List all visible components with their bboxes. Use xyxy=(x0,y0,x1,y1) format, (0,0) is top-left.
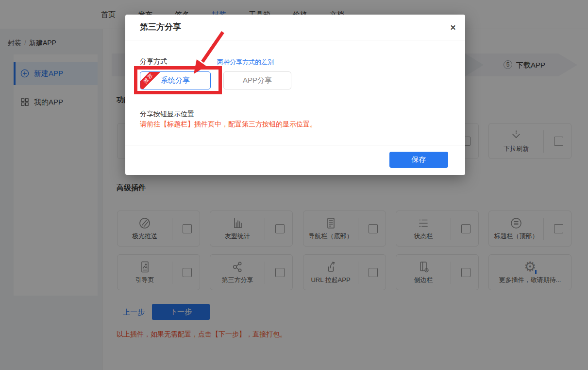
modal-header-divider xyxy=(125,40,465,40)
modal-footer-divider xyxy=(125,145,465,145)
share-button-position-label: 分享按钮显示位置 xyxy=(140,110,194,119)
app-share-option[interactable]: APP分享 xyxy=(223,71,291,89)
system-share-option[interactable]: 推荐 系统分享 xyxy=(140,71,211,89)
modal-title: 第三方分享 xyxy=(140,15,181,40)
third-party-share-modal: 第三方分享 ✕ 分享方式 两种分享方式的差别 推荐 系统分享 APP分享 分享按… xyxy=(125,15,465,175)
option-label: APP分享 xyxy=(243,76,272,85)
share-method-label: 分享方式 xyxy=(140,57,167,66)
share-method-diff-link[interactable]: 两种分享方式的差别 xyxy=(217,58,274,67)
option-label: 系统分享 xyxy=(161,76,190,85)
share-button-position-note: 请前往【标题栏】插件页中，配置第三方按钮的显示位置。 xyxy=(140,120,317,129)
save-button[interactable]: 保存 xyxy=(389,152,448,168)
app-window: 首页 发布 签名 封装 工具箱 价格 文档 封装/新建APP 新建APP xyxy=(0,0,588,370)
close-icon[interactable]: ✕ xyxy=(448,22,458,33)
